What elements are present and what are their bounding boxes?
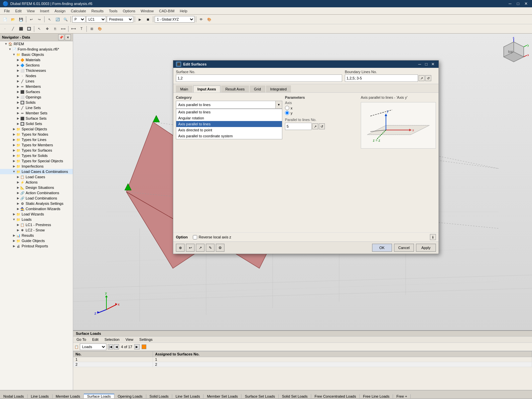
tree-types-surfaces[interactable]: ▶ 📁 Types for Surfaces — [0, 148, 73, 153]
tree-design-situations[interactable]: ▶ 📐 Design Situations — [0, 185, 73, 190]
apply-btn[interactable]: Apply — [416, 244, 436, 252]
tab-input-axes[interactable]: Input Axes — [193, 85, 220, 92]
category-dropdown-btn[interactable]: ▼ — [275, 101, 282, 108]
close-btn[interactable]: ✕ — [523, 0, 529, 7]
menu-window[interactable]: Window — [138, 8, 156, 14]
tb-calculate[interactable]: ▶ — [136, 16, 144, 23]
tree-solids[interactable]: ▶ 🔲 Solids — [0, 100, 73, 105]
pager-prev[interactable]: ◀ — [114, 344, 119, 349]
menu-results[interactable]: Results — [89, 8, 106, 14]
dialog-maximize-btn[interactable]: □ — [423, 61, 429, 67]
pager-next[interactable]: ▶ — [134, 344, 140, 349]
boundary-lines-input[interactable] — [345, 74, 418, 82]
tab-surface-loads[interactable]: Surface Loads — [84, 394, 114, 398]
tree-guide-objects[interactable]: ▶ 📁 Guide Objects — [0, 238, 73, 243]
category-option-2[interactable]: Angular rotation — [176, 115, 282, 121]
menu-insert[interactable]: Insert — [37, 8, 52, 14]
tb-line[interactable]: ╱ — [9, 25, 17, 33]
tab-solid-loads[interactable]: Solid Loads — [146, 394, 173, 398]
tb-stop[interactable]: ⏹ — [144, 16, 152, 23]
footer-icon-btn-2[interactable]: ↩ — [186, 244, 195, 252]
tb-text[interactable]: T — [78, 25, 85, 33]
tb-display[interactable]: ⊞ — [88, 25, 95, 33]
tab-surface-set-loads[interactable]: Surface Set Loads — [241, 394, 279, 398]
maximize-btn[interactable]: □ — [515, 0, 521, 7]
axis-y-radio[interactable] — [285, 111, 289, 115]
lc-dropdown[interactable]: P — [72, 16, 85, 23]
tb-undo[interactable]: ↩ — [28, 16, 35, 23]
tree-basic-objects[interactable]: ▼ 📁 Basic Objects — [0, 52, 73, 57]
parallel-lines-input[interactable] — [285, 123, 312, 130]
category-option-1[interactable]: Axis parallel to lines — [176, 109, 282, 115]
tree-openings[interactable]: ▶ ⬜ Openings — [0, 94, 73, 100]
ok-btn[interactable]: OK — [372, 244, 392, 252]
toolbar-goto[interactable]: Go To — [75, 337, 87, 342]
tab-nodal-loads[interactable]: Nodal Loads — [0, 394, 28, 398]
tb-view-options[interactable]: 👁 — [198, 16, 205, 23]
tab-free-line-loads[interactable]: Free Line Loads — [360, 394, 393, 398]
tree-members[interactable]: ▶ ═ Members — [0, 84, 73, 89]
menu-file[interactable]: File — [1, 8, 13, 14]
boundary-reset-btn[interactable]: ↺ — [425, 75, 431, 81]
pager-first[interactable]: |◀ — [108, 344, 113, 349]
toolbar-selection[interactable]: Selection — [103, 337, 121, 342]
tree-results[interactable]: ▶ 📊 Results — [0, 233, 73, 238]
nav-close-btn[interactable]: ✕ — [65, 34, 71, 40]
tb-open[interactable]: 📂 — [9, 16, 17, 23]
tb-select[interactable]: ↖ — [46, 16, 53, 23]
tb-dimension[interactable]: ⟷ — [70, 25, 77, 33]
axis-x-radio[interactable] — [285, 106, 289, 110]
tree-loads[interactable]: ▼ 📁 Loads — [0, 217, 73, 222]
tb-move[interactable]: ✥ — [44, 25, 51, 33]
tree-static-analysis[interactable]: ▶ ⚙ Static Analysis Settings — [0, 201, 73, 206]
tree-thicknesses[interactable]: ▶ ⬜ Thicknesses — [0, 68, 73, 73]
tree-action-combinations[interactable]: ▶ 🔗 Action Combinations — [0, 190, 73, 196]
loads-select[interactable]: Loads — [80, 343, 106, 350]
tab-opening-loads[interactable]: Opening Loads — [114, 394, 146, 398]
tree-surfaces[interactable]: ▶ ⬛ Surfaces — [0, 89, 73, 94]
footer-icon-btn-1[interactable]: ⊕ — [176, 244, 185, 252]
tb-select2[interactable]: ↖ — [36, 25, 43, 33]
tree-solid-sets[interactable]: ▶ 🔲 Solid Sets — [0, 121, 73, 126]
footer-icon-btn-5[interactable]: ⚙ — [216, 244, 224, 252]
menu-calculate[interactable]: Calculate — [68, 8, 89, 14]
menu-edit[interactable]: Edit — [13, 8, 24, 14]
lc-name-dropdown[interactable]: LC1 — [86, 16, 106, 23]
toolbar-view[interactable]: View — [124, 337, 135, 342]
viewport[interactable]: x y z x y z — [73, 34, 532, 390]
tree-types-nodes[interactable]: ▶ 📁 Types for Nodes — [0, 132, 73, 137]
tree-materials[interactable]: ▶ 🔶 Materials — [0, 57, 73, 63]
tb-solid[interactable]: 🔲 — [25, 25, 33, 33]
menu-options[interactable]: Options — [120, 8, 138, 14]
menu-cad-bim[interactable]: CAD-BIM — [156, 8, 177, 14]
dialog-minimize-btn[interactable]: ─ — [417, 61, 423, 67]
tree-load-wizards[interactable]: ▶ 📁 Load Wizards — [0, 211, 73, 217]
tb-mirror[interactable]: ⟺ — [60, 25, 67, 33]
tab-integrated[interactable]: Integrated — [266, 85, 291, 92]
tab-member-set-loads[interactable]: Member Set Loads — [203, 394, 241, 398]
tree-sections[interactable]: ▶ 🔷 Sections — [0, 63, 73, 68]
tree-member-sets[interactable]: ▶ ═ Member Sets — [0, 110, 73, 116]
footer-icon-btn-3[interactable]: ↗ — [196, 244, 204, 252]
nav-cube[interactable]: x y z top — [499, 37, 529, 67]
tree-combination-wizards[interactable]: ▶ 🧙 Combination Wizards — [0, 206, 73, 211]
tree-nodes[interactable]: ▶ · Nodes — [0, 73, 73, 78]
table-row[interactable]: 1 1 — [73, 357, 532, 362]
tree-file[interactable]: ▼ 📄 Form-finding analysis.rf6* — [0, 47, 73, 52]
coord-sys-dropdown[interactable]: 1 - Global XYZ — [155, 16, 195, 23]
toolbar-settings[interactable]: Settings — [138, 337, 154, 342]
tb-color[interactable]: 🎨 — [96, 25, 103, 33]
menu-help[interactable]: Help — [177, 8, 190, 14]
tree-rfem[interactable]: ▼ 🏠 RFEM — [0, 41, 73, 47]
tree-load-combinations[interactable]: ▶ 🔗 Load Combinations — [0, 196, 73, 201]
tree-types-special[interactable]: ▶ 📁 Types for Special Objects — [0, 158, 73, 164]
parallel-select-btn[interactable]: ↗ — [312, 123, 318, 129]
tb-surface[interactable]: ⬛ — [17, 25, 25, 33]
tb-render[interactable]: 🎨 — [205, 16, 213, 23]
category-option-4[interactable]: Axis directed to point — [176, 127, 282, 133]
menu-view[interactable]: View — [24, 8, 38, 14]
tree-special-objects[interactable]: ▶ 📁 Special Objects — [0, 126, 73, 132]
tb-node[interactable]: · — [1, 25, 9, 33]
tb-copy[interactable]: ⎘ — [52, 25, 59, 33]
minimize-btn[interactable]: ─ — [507, 0, 513, 7]
